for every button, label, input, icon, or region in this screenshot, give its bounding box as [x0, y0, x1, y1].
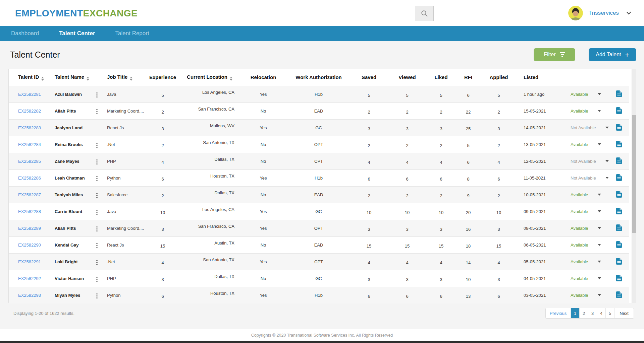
username-label[interactable]: Tnsservices: [588, 10, 619, 16]
scrollbar-thumb[interactable]: [632, 115, 636, 233]
talent-id-link[interactable]: EX2582288: [18, 209, 41, 214]
row-menu-button[interactable]: [95, 242, 99, 250]
availability-dropdown[interactable]: Not Available: [558, 159, 609, 164]
nav-item-talent-center[interactable]: Talent Center: [59, 30, 95, 37]
vertical-scrollbar[interactable]: [632, 69, 636, 303]
filter-button[interactable]: Filter: [534, 48, 575, 61]
row-menu-button[interactable]: [95, 259, 99, 267]
row-menu-button[interactable]: [95, 292, 99, 300]
availability-dropdown[interactable]: Available: [558, 109, 609, 114]
pagination-page-5[interactable]: 5: [605, 308, 614, 318]
liked-cell: 2: [425, 186, 457, 203]
col-header-job-title[interactable]: Job Title: [102, 69, 144, 86]
avatar[interactable]: [568, 6, 583, 20]
sort-icon[interactable]: [230, 77, 232, 81]
talent-name-cell: Aliah Pitts: [51, 220, 92, 236]
resume-document-button[interactable]: [615, 107, 623, 116]
availability-dropdown[interactable]: Available: [558, 92, 609, 97]
resume-document-button[interactable]: [615, 123, 623, 132]
col-header-talent-id[interactable]: Talent ID: [9, 69, 51, 86]
talent-id-link[interactable]: EX2582289: [18, 226, 41, 231]
resume-document-button[interactable]: [615, 257, 623, 266]
col-header-current-location[interactable]: Current Location: [181, 69, 238, 86]
resume-document-button[interactable]: [615, 157, 623, 166]
listed-cell: 15-05-2021: [518, 102, 558, 119]
sort-icon[interactable]: [41, 77, 44, 81]
resume-document-button[interactable]: [615, 140, 623, 149]
talent-id-link[interactable]: EX2582292: [18, 276, 41, 281]
row-menu-button[interactable]: [95, 192, 99, 200]
talent-id-link[interactable]: EX2582281: [18, 92, 41, 97]
location-cell: Los Angeles, CA: [181, 86, 238, 102]
pagination-page-3[interactable]: 3: [588, 308, 597, 318]
availability-dropdown[interactable]: Available: [558, 259, 609, 264]
sort-icon[interactable]: [130, 77, 132, 81]
nav-item-talent-report[interactable]: Talent Report: [115, 30, 149, 37]
availability-cell: Not Available: [558, 153, 609, 169]
add-talent-button[interactable]: Add Talent +: [589, 48, 636, 61]
availability-dropdown[interactable]: Not Available: [558, 125, 609, 130]
app-logo[interactable]: EMPLOYMENTEXCHANGE: [15, 8, 138, 19]
talent-id-link[interactable]: EX2582285: [18, 159, 41, 164]
saved-cell: 5: [348, 86, 389, 102]
talent-name-cell: Jaslynn Land: [51, 119, 92, 136]
resume-document-button[interactable]: [615, 241, 623, 250]
document-cell: [609, 203, 629, 220]
viewed-cell: 2: [389, 102, 425, 119]
row-menu-button[interactable]: [95, 91, 99, 99]
document-icon: [616, 174, 622, 181]
talent-id-link[interactable]: EX2582284: [18, 142, 41, 147]
resume-document-button[interactable]: [615, 224, 623, 233]
pagination-previous-button[interactable]: Previous: [546, 308, 571, 318]
talent-table-card: Talent ID Talent Name Job Title Experien…: [8, 69, 636, 303]
row-menu-button[interactable]: [95, 275, 99, 283]
search-button[interactable]: [415, 6, 434, 21]
nav-item-dashboard[interactable]: Dashboard: [11, 30, 39, 37]
row-menu-button[interactable]: [95, 158, 99, 166]
rfi-cell: 8: [457, 169, 479, 186]
talent-id-link[interactable]: EX2582291: [18, 259, 41, 264]
sort-icon[interactable]: [87, 77, 89, 81]
col-header-talent-name[interactable]: Talent Name: [51, 69, 102, 86]
row-menu-button[interactable]: [95, 141, 99, 149]
viewed-cell: 6: [389, 169, 425, 186]
rfi-cell: 6: [457, 86, 479, 102]
resume-document-button[interactable]: [615, 174, 623, 183]
talent-id-link[interactable]: EX2582287: [18, 192, 41, 197]
talent-id-link[interactable]: EX2582282: [18, 109, 41, 114]
resume-document-button[interactable]: [615, 207, 623, 216]
pagination-next-button[interactable]: Next: [614, 308, 634, 318]
document-cell: [609, 86, 629, 102]
resume-document-button[interactable]: [615, 291, 623, 300]
row-menu-button[interactable]: [95, 208, 99, 216]
talent-id-link[interactable]: EX2582286: [18, 176, 41, 181]
location-cell: Houston, TX: [181, 287, 238, 303]
chevron-down-icon: [598, 110, 601, 112]
search-input[interactable]: [200, 6, 415, 21]
availability-dropdown[interactable]: Available: [558, 293, 609, 298]
availability-dropdown[interactable]: Available: [558, 192, 609, 197]
talent-id-link[interactable]: EX2582290: [18, 243, 41, 248]
pagination-page-1[interactable]: 1: [571, 308, 579, 318]
pagination-page-2[interactable]: 2: [579, 308, 588, 318]
talent-id-cell: EX2582291: [9, 253, 51, 270]
talent-id-link[interactable]: EX2582283: [18, 125, 41, 130]
availability-dropdown[interactable]: Available: [558, 243, 609, 248]
row-menu-button[interactable]: [95, 175, 99, 183]
document-icon: [616, 191, 622, 198]
row-menu-button[interactable]: [95, 225, 99, 233]
resume-document-button[interactable]: [615, 90, 623, 99]
liked-cell: 4: [425, 253, 457, 270]
document-icon: [616, 258, 622, 265]
pagination-page-4[interactable]: 4: [597, 308, 605, 318]
availability-dropdown[interactable]: Available: [558, 226, 609, 231]
resume-document-button[interactable]: [615, 274, 623, 283]
resume-document-button[interactable]: [615, 190, 623, 199]
availability-dropdown[interactable]: Available: [558, 276, 609, 281]
talent-id-link[interactable]: EX2582293: [18, 293, 41, 298]
row-menu-button[interactable]: [95, 108, 99, 116]
availability-dropdown[interactable]: Available: [558, 209, 609, 214]
chevron-down-icon[interactable]: [626, 11, 631, 15]
availability-dropdown[interactable]: Available: [558, 142, 609, 147]
availability-dropdown[interactable]: Not Available: [558, 176, 609, 181]
